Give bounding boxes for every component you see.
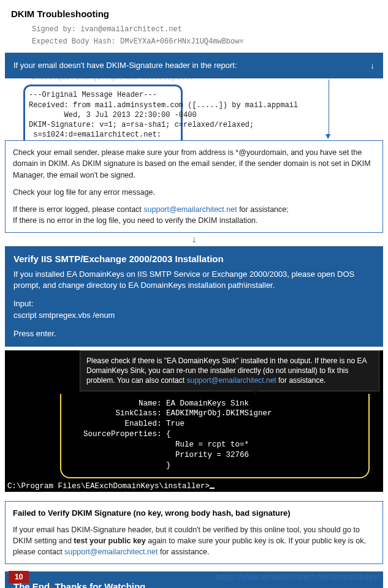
faded-code-line-1: Signed by: ivan@emailarchitect.net [0, 24, 388, 36]
page-number-badge: 10 [9, 571, 29, 583]
support-email-link-2[interactable]: support@emailarchitect.net [186, 376, 276, 385]
check-noerror: If there is no error in the log file, yo… [13, 216, 258, 225]
terminal-prompt: C:\Program Files\EAExchDomainKeys\instal… [5, 481, 383, 492]
flow-arrow-mid: ↓ [0, 233, 388, 246]
tooltip-text-2: for assistance. [276, 376, 326, 385]
terminal-highlight-frame: Name: EA DomainKeys Sink SinkClass: EADK… [60, 394, 370, 478]
check-error-post: for assistance; [237, 205, 289, 214]
check-sender-p1: Check your email sender, please make sur… [13, 147, 375, 180]
check-sender-box: Check your email sender, please make sur… [5, 140, 383, 233]
verify-cmd: cscript smtpregex.vbs /enum [13, 311, 115, 320]
terminal-window: Please check if there is "EA DomainKeys … [5, 350, 383, 495]
cursor-icon [210, 488, 215, 489]
failed-verify-head: Failed to Verify DKIM Signature (no key,… [13, 508, 375, 519]
verify-install-box: Verify IIS SMTP/Exchange 2000/2003 Insta… [5, 246, 383, 347]
verify-input-label: Input: [13, 299, 34, 308]
terminal-tooltip: Please check if there is "EA DomainKeys … [80, 350, 379, 391]
verify-install-p1: If you installed EA DomainKeys on IIS SM… [13, 269, 375, 291]
footer-url-link[interactable]: https://www.emailarchitect.net/domainkey… [215, 572, 379, 582]
info-box-no-header: If your email doesn't have DKIM-Signatur… [5, 53, 383, 78]
faded-code-line-2: Expected Body Hash: DMvEYXaA+066rHNxJ1UQ… [0, 36, 388, 48]
flow-arrow-down-right: ▼ [324, 131, 332, 141]
flow-arrow-line-right [329, 80, 329, 135]
original-header-snippet: ---Original Message Header--- Received: … [23, 85, 183, 141]
failed-p1c: for assistance. [158, 548, 209, 556]
check-error-pre: If there is error logged, please contact [13, 205, 143, 214]
info-box-no-header-text: If your email doesn't have DKIM-Signatur… [13, 60, 237, 71]
arrow-down-icon: ↓ [370, 61, 375, 70]
verify-install-head: Verify IIS SMTP/Exchange 2000/2003 Insta… [13, 254, 375, 264]
failed-bold: test your public key [74, 537, 145, 545]
failed-verify-box: Failed to Verify DKIM Signature (no key,… [5, 501, 383, 564]
support-email-link-1[interactable]: support@emailarchitect.net [143, 205, 237, 214]
verify-press-enter: Press enter. [13, 328, 375, 339]
support-email-link-3[interactable]: support@emailarchitect.net [64, 548, 158, 556]
check-log-p: Check your log file for any error messag… [13, 187, 375, 198]
page-footer: 10 https://www.emailarchitect.net/domain… [0, 571, 388, 583]
terminal-output: Name: EA DomainKeys Sink SinkClass: EADK… [75, 394, 363, 473]
page-title: DKIM Troubleshooting [0, 0, 388, 24]
